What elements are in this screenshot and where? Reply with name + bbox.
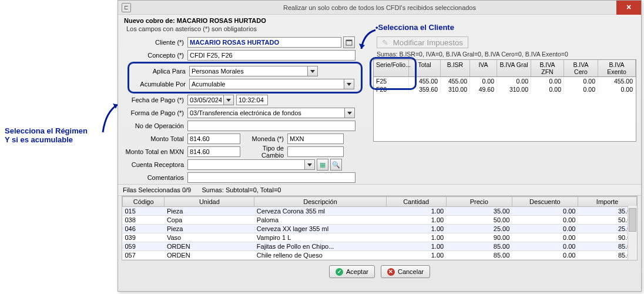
- label-monto: Monto Total: [123, 135, 187, 142]
- table-row[interactable]: 059ORDENFajitas de Pollo en Chipo...1.00…: [123, 242, 637, 251]
- table-row[interactable]: 046PiezaCerveza XX lager 355 ml1.0025.00…: [123, 225, 637, 233]
- forma-pago-select[interactable]: [187, 108, 345, 118]
- add-account-button[interactable]: ▦: [317, 159, 328, 171]
- hora-input[interactable]: [236, 95, 268, 105]
- comentarios-input[interactable]: [187, 172, 355, 183]
- label-monto-mxn: Monto Total en MXN: [123, 148, 187, 155]
- modificar-impuestos-button[interactable]: ✎ Modificar Impuestos: [377, 36, 468, 48]
- label-fecha: Fecha de Pago (*): [123, 96, 187, 103]
- forma-pago-dropdown[interactable]: [344, 108, 355, 118]
- moneda-input[interactable]: [287, 133, 344, 144]
- concepto-input[interactable]: [187, 50, 355, 61]
- chevron-down-icon: [307, 163, 312, 166]
- chevron-down-icon: [310, 70, 315, 73]
- pencil-icon: ✎: [382, 38, 388, 47]
- table-row[interactable]: 015PiezaCerveza Corona 355 ml1.0035.000.…: [123, 207, 637, 216]
- label-aplica: Aplica Para: [130, 68, 189, 75]
- monto-mxn-input[interactable]: [187, 146, 240, 157]
- acumulable-dropdown[interactable]: [344, 79, 354, 89]
- chevron-down-icon: [226, 99, 231, 102]
- cuenta-dropdown[interactable]: [304, 159, 315, 170]
- lines-grid[interactable]: CódigoUnidadDescripciónCantidadPrecioDes…: [122, 196, 638, 260]
- check-icon: ✓: [336, 268, 343, 276]
- titlebar: ⊏ Realizar un solo cobro de todos los CF…: [118, 1, 641, 15]
- search-icon: 🔍: [332, 161, 340, 169]
- label-cliente: Cliente (*): [123, 39, 187, 46]
- aplica-para-select[interactable]: [189, 66, 308, 76]
- cfdi-header[interactable]: B.IVA ZFN: [531, 60, 564, 76]
- search-account-button[interactable]: 🔍: [330, 159, 342, 171]
- plus-icon: ▦: [320, 161, 326, 169]
- chevron-down-icon: [347, 112, 352, 115]
- date-picker-icon[interactable]: [343, 36, 355, 48]
- lines-header[interactable]: Descripción: [254, 197, 386, 207]
- table-row[interactable]: 058ORDENChile relleno de Carne1.0085.000…: [123, 260, 637, 261]
- aplica-para-dropdown[interactable]: [307, 66, 318, 76]
- cliente-input[interactable]: [187, 37, 341, 48]
- acumulable-select[interactable]: [189, 79, 344, 89]
- lines-header[interactable]: Descuento: [512, 197, 578, 207]
- close-button[interactable]: ×: [616, 1, 641, 15]
- lines-header[interactable]: Código: [123, 197, 165, 207]
- svg-rect-1: [346, 40, 352, 41]
- cfdi-header[interactable]: B.IVA Exento: [598, 60, 636, 76]
- fecha-input[interactable]: [187, 95, 224, 105]
- no-operacion-input[interactable]: [187, 121, 355, 131]
- table-row[interactable]: 057ORDENChile relleno de Queso1.0085.000…: [123, 251, 637, 260]
- table-row[interactable]: 038CopaPaloma1.0050.000.0050.00: [123, 216, 637, 225]
- form-subtitle: Nuevo cobro de: MACARIO ROSAS HURTADO: [118, 15, 641, 25]
- cfdi-header[interactable]: B.ISR: [441, 60, 470, 76]
- main-window: ⊏ Realizar un solo cobro de todos los CF…: [118, 0, 642, 292]
- x-icon: ✕: [387, 268, 395, 276]
- lines-header[interactable]: Importe: [578, 197, 637, 207]
- cfdi-header[interactable]: B.IVA Cero: [564, 60, 598, 76]
- label-comentarios: Comentarios: [123, 174, 187, 181]
- monto-total-input[interactable]: [187, 133, 240, 144]
- label-moneda: Moneda (*): [240, 135, 287, 142]
- scroll-thumb[interactable]: [629, 208, 636, 232]
- chevron-down-icon: [347, 83, 351, 86]
- cancelar-button[interactable]: ✕ Cancelar: [381, 265, 430, 278]
- window-title: Realizar un solo cobro de todos los CFDI…: [283, 4, 476, 11]
- label-acumulable: Acumulable Por: [130, 81, 189, 88]
- label-tipo-cambio: Tipo de Cambio: [240, 145, 287, 159]
- lines-summary: Filas Seleccionadas 0/9 Sumas: Subtotal=…: [118, 184, 641, 196]
- aceptar-button[interactable]: ✓ Aceptar: [329, 265, 375, 278]
- label-cuenta: Cuenta Receptora: [123, 161, 187, 168]
- cfdi-header[interactable]: B.IVA Gral: [497, 60, 531, 76]
- label-concepto: Concepto (*): [123, 52, 187, 59]
- lines-header[interactable]: Cantidad: [386, 197, 446, 207]
- required-note: Los campos con asterisco (*) son obligat…: [118, 25, 641, 36]
- annotation-regimen: Selecciona el Régimen Y si es acumulable: [5, 126, 88, 144]
- app-icon: ⊏: [122, 3, 131, 12]
- table-row[interactable]: 039VasoVampiro 1 L1.0090.000.0090.00: [123, 233, 637, 242]
- fecha-dropdown[interactable]: [223, 95, 234, 105]
- lines-header[interactable]: Precio: [446, 197, 512, 207]
- scrollbar[interactable]: [628, 206, 637, 260]
- cuenta-receptora-select[interactable]: [187, 159, 305, 170]
- tipo-cambio-input[interactable]: [287, 146, 344, 157]
- label-forma: Forma de Pago (*): [123, 109, 187, 116]
- cfdi-header[interactable]: IVA: [470, 60, 497, 76]
- lines-header[interactable]: Unidad: [165, 197, 254, 207]
- label-noop: No de Operación: [123, 122, 187, 129]
